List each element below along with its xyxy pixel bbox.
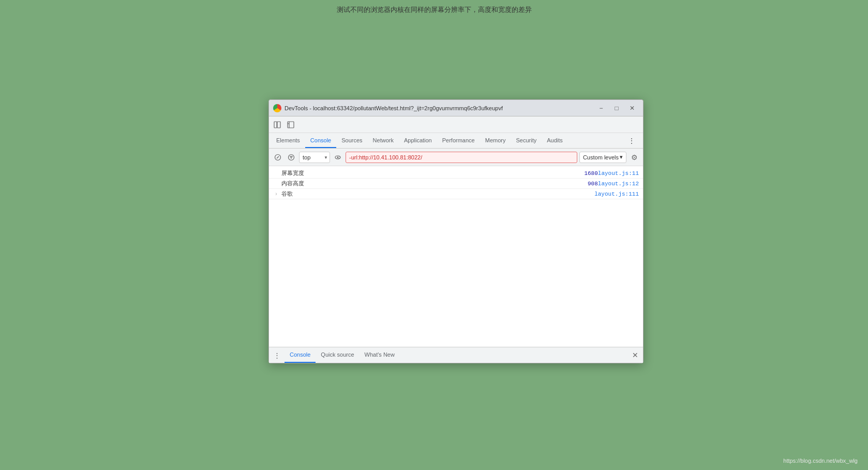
svg-line-6: [277, 156, 279, 158]
tab-performance[interactable]: Performance: [437, 133, 480, 148]
tab-console[interactable]: Console: [305, 133, 336, 148]
console-value-2: 908: [588, 181, 598, 187]
more-tabs-button[interactable]: ⋮: [625, 135, 638, 147]
filter-toggle-button[interactable]: [286, 152, 297, 163]
console-label-1: 屏幕宽度: [281, 169, 581, 177]
devtools-title: DevTools - localhost:63342/pollutantWeb/…: [285, 105, 503, 111]
filter-input[interactable]: [346, 152, 577, 163]
tab-sources[interactable]: Sources: [336, 133, 367, 148]
title-bar: DevTools - localhost:63342/pollutantWeb/…: [269, 100, 643, 116]
drawer-tab-quick-source[interactable]: Quick source: [316, 347, 359, 363]
console-content: 屏幕宽度 1680 layout.js:11 内容高度 908 layout.j…: [269, 166, 643, 347]
chrome-icon: [273, 104, 281, 112]
bottom-drawer: ⋮ Console Quick source What's New ✕: [269, 347, 643, 363]
csdn-url: https://blog.csdn.net/wbx_wlg: [783, 458, 858, 464]
tab-application[interactable]: Application: [399, 133, 437, 148]
tab-network[interactable]: Network: [368, 133, 399, 148]
tab-elements[interactable]: Elements: [271, 133, 305, 148]
expand-icon[interactable]: ›: [273, 190, 279, 197]
console-value-1: 1680: [584, 170, 597, 177]
svg-point-12: [337, 156, 339, 158]
tab-security[interactable]: Security: [511, 133, 542, 148]
title-controls: − □ ✕: [594, 103, 639, 113]
filter-bar: top ▼ Custom levels ▾ ⚙: [269, 149, 643, 166]
toolbar: [269, 116, 643, 133]
maximize-button[interactable]: □: [610, 103, 623, 113]
devtools-window: DevTools - localhost:63342/pollutantWeb/…: [268, 99, 643, 363]
console-link-2[interactable]: layout.js:12: [598, 181, 639, 187]
context-selector-wrapper: top ▼: [299, 152, 330, 163]
tabs-more: ⋮: [622, 133, 641, 148]
filter-input-wrap: [346, 152, 577, 163]
console-row: 屏幕宽度 1680 layout.js:11: [269, 168, 643, 179]
tab-audits[interactable]: Audits: [542, 133, 568, 148]
console-label-2: 内容高度: [281, 180, 585, 187]
toggle-sidebar-button[interactable]: [271, 119, 283, 131]
console-label-3: 谷歌: [281, 190, 594, 198]
drawer-tabs: ⋮ Console Quick source What's New ✕: [269, 347, 643, 363]
svg-rect-2: [288, 122, 294, 128]
console-row: 内容高度 908 layout.js:12: [269, 179, 643, 189]
custom-levels-label: Custom levels: [583, 154, 619, 160]
page-background-text: 测试不同的浏览器内核在同样的屏幕分辨率下，高度和宽度的差异: [337, 5, 532, 14]
close-button[interactable]: ✕: [625, 103, 639, 113]
tabs-bar: Elements Console Sources Network Applica…: [269, 133, 643, 149]
custom-levels-arrow-icon: ▾: [620, 154, 623, 160]
svg-rect-1: [277, 122, 280, 128]
svg-rect-0: [274, 122, 277, 128]
custom-levels-button[interactable]: Custom levels ▾: [579, 152, 626, 163]
drawer-tab-whats-new[interactable]: What's New: [360, 347, 400, 363]
console-link-3[interactable]: layout.js:111: [594, 191, 639, 197]
drawer-close-button[interactable]: ✕: [630, 349, 641, 361]
tab-memory[interactable]: Memory: [480, 133, 511, 148]
minimize-button[interactable]: −: [594, 103, 608, 113]
drawer-menu-button[interactable]: ⋮: [271, 349, 282, 361]
console-link-1[interactable]: layout.js:11: [598, 170, 639, 177]
clear-console-button[interactable]: [272, 152, 283, 163]
settings-button[interactable]: ⚙: [628, 152, 640, 163]
context-selector[interactable]: top: [299, 152, 330, 163]
drawer-tab-console[interactable]: Console: [285, 347, 316, 363]
title-bar-left: DevTools - localhost:63342/pollutantWeb/…: [273, 104, 503, 112]
console-row: › 谷歌 layout.js:111: [269, 189, 643, 199]
eye-button[interactable]: [332, 152, 343, 163]
inspect-element-button[interactable]: [285, 119, 297, 131]
